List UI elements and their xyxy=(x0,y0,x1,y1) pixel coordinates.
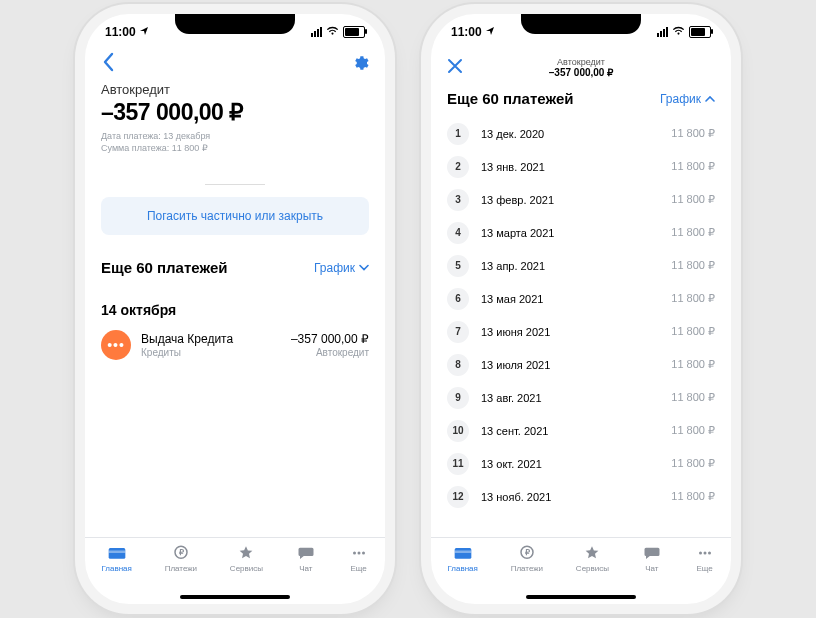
settings-button[interactable] xyxy=(351,54,369,76)
schedule-row[interactable]: 613 мая 202111 800 ₽ xyxy=(447,282,715,315)
svg-point-4 xyxy=(353,552,356,555)
svg-point-13 xyxy=(708,552,711,555)
date-heading: 14 октября xyxy=(101,302,369,318)
svg-point-12 xyxy=(703,552,706,555)
schedule-row-amount: 11 800 ₽ xyxy=(671,391,715,404)
schedule-row[interactable]: 413 марта 202111 800 ₽ xyxy=(447,216,715,249)
schedule-row-amount: 11 800 ₽ xyxy=(671,424,715,437)
tab-services[interactable]: Сервисы xyxy=(230,544,263,573)
schedule-row-date: 13 авг. 2021 xyxy=(481,392,671,404)
schedule-row-date: 13 мая 2021 xyxy=(481,293,671,305)
tab-home-label: Главная xyxy=(447,564,477,573)
tab-services-label: Сервисы xyxy=(576,564,609,573)
account-title: Автокредит xyxy=(101,82,369,97)
svg-text:₽: ₽ xyxy=(178,548,183,557)
schedule-row-number: 8 xyxy=(447,354,469,376)
tab-services-label: Сервисы xyxy=(230,564,263,573)
account-balance: –357 000,00 ₽ xyxy=(101,99,369,126)
schedule-row[interactable]: 513 апр. 202111 800 ₽ xyxy=(447,249,715,282)
home-indicator[interactable] xyxy=(180,595,290,599)
divider xyxy=(205,184,265,185)
schedule-row-date: 13 янв. 2021 xyxy=(481,161,671,173)
schedule-row-date: 13 дек. 2020 xyxy=(481,128,671,140)
schedule-list: 113 дек. 202011 800 ₽213 янв. 202111 800… xyxy=(447,117,715,513)
wifi-icon xyxy=(672,25,685,39)
tab-payments-label: Платежи xyxy=(165,564,197,573)
svg-text:₽: ₽ xyxy=(524,548,529,557)
tab-home[interactable]: Главная xyxy=(447,544,477,573)
close-button[interactable] xyxy=(447,56,463,79)
schedule-row[interactable]: 213 янв. 202111 800 ₽ xyxy=(447,150,715,183)
schedule-row[interactable]: 1213 нояб. 202111 800 ₽ xyxy=(447,480,715,513)
chat-icon xyxy=(642,544,662,562)
svg-point-11 xyxy=(699,552,702,555)
tab-payments[interactable]: ₽ Платежи xyxy=(165,544,197,573)
schedule-row-amount: 11 800 ₽ xyxy=(671,457,715,470)
tab-bar: Главная ₽ Платежи Сервисы Чат Еще xyxy=(431,537,731,604)
location-icon xyxy=(139,25,149,39)
chevron-up-icon xyxy=(705,92,715,106)
schedule-row[interactable]: 913 авг. 202111 800 ₽ xyxy=(447,381,715,414)
schedule-row-number: 4 xyxy=(447,222,469,244)
schedule-row[interactable]: 313 февр. 202111 800 ₽ xyxy=(447,183,715,216)
schedule-collapse-link[interactable]: График xyxy=(660,92,715,106)
status-time: 11:00 xyxy=(105,25,136,39)
svg-rect-0 xyxy=(108,548,125,559)
schedule-row-amount: 11 800 ₽ xyxy=(671,226,715,239)
tab-payments-label: Платежи xyxy=(511,564,543,573)
schedule-row-date: 13 июня 2021 xyxy=(481,326,671,338)
schedule-row-amount: 11 800 ₽ xyxy=(671,160,715,173)
tab-bar: Главная ₽ Платежи Сервисы Чат Еще xyxy=(85,537,385,604)
svg-rect-8 xyxy=(454,551,471,554)
schedule-link[interactable]: График xyxy=(314,261,369,275)
schedule-row[interactable]: 113 дек. 202011 800 ₽ xyxy=(447,117,715,150)
schedule-row[interactable]: 713 июня 202111 800 ₽ xyxy=(447,315,715,348)
ruble-icon: ₽ xyxy=(517,544,537,562)
schedule-link-label: График xyxy=(660,92,701,106)
tab-more-label: Еще xyxy=(350,564,366,573)
meta-payment-date: Дата платежа: 13 декабря xyxy=(101,130,369,142)
transaction-icon: ••• xyxy=(101,330,131,360)
schedule-row-amount: 11 800 ₽ xyxy=(671,358,715,371)
schedule-row[interactable]: 1113 окт. 202111 800 ₽ xyxy=(447,447,715,480)
schedule-row[interactable]: 1013 сент. 202111 800 ₽ xyxy=(447,414,715,447)
transaction-row[interactable]: ••• Выдача Кредита Кредиты –357 000,00 ₽… xyxy=(101,330,369,360)
tab-chat[interactable]: Чат xyxy=(296,544,316,573)
svg-point-5 xyxy=(357,552,360,555)
schedule-row-number: 5 xyxy=(447,255,469,277)
tab-more[interactable]: Еще xyxy=(349,544,369,573)
battery-icon xyxy=(343,26,365,38)
card-icon xyxy=(453,544,473,562)
transaction-amount-sub: Автокредит xyxy=(291,347,369,358)
schedule-row-date: 13 сент. 2021 xyxy=(481,425,671,437)
signal-icon xyxy=(657,27,668,37)
signal-icon xyxy=(311,27,322,37)
schedule-row-number: 12 xyxy=(447,486,469,508)
tab-services[interactable]: Сервисы xyxy=(576,544,609,573)
status-time: 11:00 xyxy=(451,25,482,39)
back-button[interactable] xyxy=(101,52,115,78)
location-icon xyxy=(485,25,495,39)
tab-payments[interactable]: ₽ Платежи xyxy=(511,544,543,573)
tab-home[interactable]: Главная xyxy=(101,544,131,573)
schedule-row-amount: 11 800 ₽ xyxy=(671,259,715,272)
star-icon xyxy=(582,544,602,562)
header-subtitle: Автокредит xyxy=(447,57,715,67)
repay-button[interactable]: Погасить частично или закрыть xyxy=(101,197,369,235)
tab-chat[interactable]: Чат xyxy=(642,544,662,573)
account-meta: Дата платежа: 13 декабря Сумма платежа: … xyxy=(101,130,369,154)
svg-rect-7 xyxy=(454,548,471,559)
schedule-row-date: 13 февр. 2021 xyxy=(481,194,671,206)
tab-more[interactable]: Еще xyxy=(695,544,715,573)
schedule-row-number: 11 xyxy=(447,453,469,475)
card-icon xyxy=(107,544,127,562)
home-indicator[interactable] xyxy=(526,595,636,599)
schedule-row-date: 13 нояб. 2021 xyxy=(481,491,671,503)
transaction-subtitle: Кредиты xyxy=(141,347,281,358)
schedule-row-number: 7 xyxy=(447,321,469,343)
schedule-row[interactable]: 813 июля 202111 800 ₽ xyxy=(447,348,715,381)
schedule-link-label: График xyxy=(314,261,355,275)
more-icon xyxy=(695,544,715,562)
schedule-row-date: 13 марта 2021 xyxy=(481,227,671,239)
chat-icon xyxy=(296,544,316,562)
